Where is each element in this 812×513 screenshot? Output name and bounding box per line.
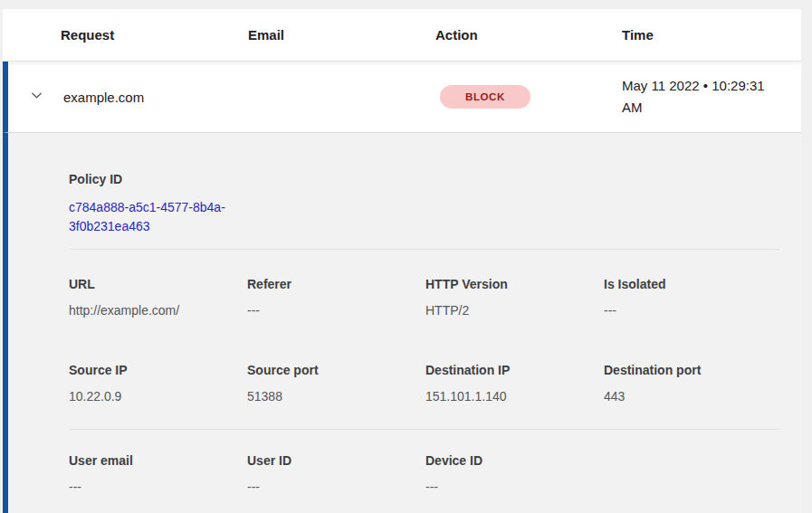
- detail-field-user-id: User ID ---: [247, 452, 425, 495]
- detail-field-http-version: HTTP Version HTTP/2: [425, 276, 604, 318]
- field-label: Source IP: [69, 362, 247, 378]
- detail-field-source-ip: Source IP 10.22.0.9: [69, 362, 247, 404]
- field-label: Source port: [247, 362, 425, 378]
- detail-group-request: URL http://example.com/ Referer --- HTTP…: [69, 276, 779, 318]
- policy-id-field: Policy ID c784a888-a5c1-4577-8b4a-3f0b23…: [69, 171, 779, 236]
- chevron-down-icon: [30, 89, 43, 105]
- field-value: HTTP/2: [425, 302, 604, 318]
- field-label: Destination IP: [425, 362, 604, 378]
- detail-field-url: URL http://example.com/: [69, 276, 247, 318]
- request-cell: example.com: [63, 90, 438, 105]
- field-label: URL: [69, 276, 247, 292]
- policy-id-link[interactable]: c784a888-a5c1-4577-8b4a-3f0b231ea463: [69, 198, 250, 236]
- field-value: ---: [247, 302, 425, 318]
- field-value: ---: [69, 479, 247, 495]
- log-row[interactable]: example.com BLOCK May 11 2022 • 10:29:31…: [3, 62, 801, 132]
- detail-group-network: Source IP 10.22.0.9 Source port 51388 De…: [69, 362, 779, 404]
- detail-field-device-id: Device ID ---: [425, 452, 779, 495]
- detail-field-source-port: Source port 51388: [247, 362, 425, 404]
- field-label: Referer: [247, 276, 425, 292]
- log-table-panel: Request Email Action Time example.com BL…: [3, 9, 801, 513]
- field-value: ---: [247, 479, 425, 495]
- field-label: User ID: [247, 452, 425, 469]
- detail-field-user-email: User email ---: [69, 452, 247, 495]
- detail-group-user: User email --- User ID --- Device ID ---: [69, 452, 779, 495]
- action-badge: BLOCK: [440, 85, 530, 109]
- divider: [69, 249, 779, 250]
- field-value: 10.22.0.9: [69, 388, 247, 404]
- column-header-email: Email: [248, 27, 435, 43]
- detail-field-destination-ip: Destination IP 151.101.1.140: [425, 362, 604, 404]
- field-value: 151.101.1.140: [425, 388, 604, 404]
- field-value: 443: [604, 388, 779, 404]
- time-cell: May 11 2022 • 10:29:31 AM: [622, 75, 787, 119]
- expanded-details: Policy ID c784a888-a5c1-4577-8b4a-3f0b23…: [3, 132, 801, 513]
- field-label: Device ID: [425, 452, 779, 469]
- expand-toggle-zone: [8, 86, 63, 108]
- column-header-request: Request: [61, 27, 248, 43]
- field-value: ---: [604, 302, 779, 318]
- field-label: User email: [69, 452, 247, 469]
- policy-id-label: Policy ID: [69, 171, 779, 187]
- field-value: ---: [425, 479, 779, 495]
- field-label: Is Isolated: [604, 276, 779, 292]
- table-header: Request Email Action Time: [3, 9, 801, 62]
- field-label: HTTP Version: [425, 276, 604, 292]
- field-value: http://example.com/: [69, 302, 247, 318]
- detail-field-destination-port: Destination port 443: [604, 362, 779, 404]
- field-label: Destination port: [604, 362, 779, 378]
- detail-field-referer: Referer ---: [247, 276, 425, 318]
- field-value: 51388: [247, 388, 425, 404]
- divider: [69, 429, 779, 430]
- detail-field-is-isolated: Is Isolated ---: [604, 276, 779, 318]
- action-cell: BLOCK: [438, 85, 622, 109]
- column-header-action: Action: [435, 27, 622, 43]
- column-header-time: Time: [622, 27, 801, 43]
- expand-toggle-button[interactable]: [26, 86, 48, 108]
